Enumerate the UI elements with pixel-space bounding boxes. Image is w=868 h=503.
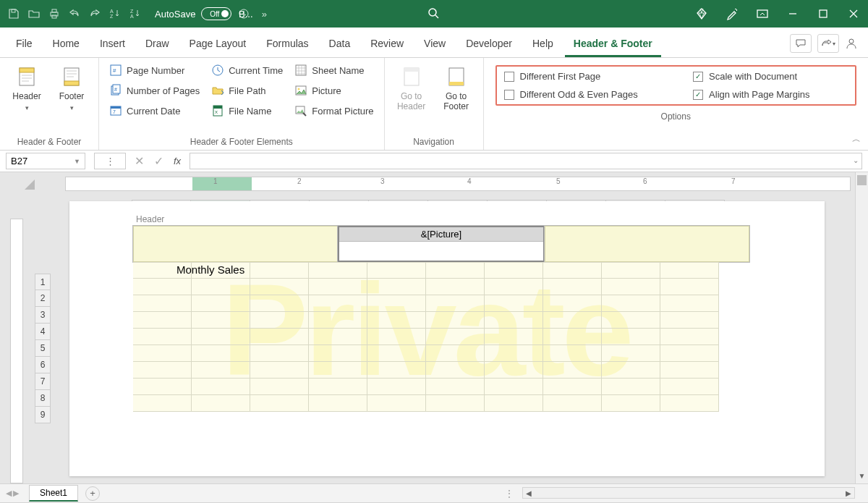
page-number-button[interactable]: #Page Number <box>106 62 203 78</box>
svg-rect-2 <box>52 9 56 12</box>
tab-view[interactable]: View <box>415 30 454 57</box>
file-path-button[interactable]: File Path <box>208 83 286 98</box>
tab-data[interactable]: Data <box>320 30 359 57</box>
document-title: B... <box>239 9 253 20</box>
tab-formulas[interactable]: Formulas <box>258 30 317 57</box>
save-icon[interactable] <box>6 6 22 22</box>
check-align-page-margins[interactable]: ✓Align with Page Margins <box>693 89 848 100</box>
sort-desc-icon[interactable]: ZA <box>127 6 143 22</box>
sort-asc-icon[interactable]: AZ <box>107 6 123 22</box>
header-right-section[interactable] <box>545 226 749 262</box>
current-date-button[interactable]: 7Current Date <box>106 103 203 119</box>
row-5[interactable]: 5 <box>35 340 51 357</box>
fx-label[interactable]: fx <box>174 156 181 166</box>
current-time-button[interactable]: Current Time <box>208 62 286 78</box>
header-label: Header <box>136 214 825 224</box>
vertical-scrollbar[interactable]: ▼ <box>855 172 868 483</box>
group-label-options: Options <box>491 109 861 123</box>
formula-controls: ✕ ✓ fx <box>127 151 188 172</box>
file-name-button[interactable]: XFile Name <box>208 103 286 119</box>
svg-text:#: # <box>113 67 116 74</box>
header-button[interactable]: Header▾ <box>7 62 46 111</box>
row-2[interactable]: 2 <box>35 290 51 307</box>
check-different-odd-even[interactable]: Different Odd & Even Pages <box>504 89 676 100</box>
enter-icon[interactable]: ✓ <box>154 154 163 168</box>
svg-point-12 <box>849 39 854 43</box>
checkbox-icon <box>504 72 514 82</box>
ribbon-mode-icon[interactable] <box>752 4 773 24</box>
qat-more[interactable]: » <box>256 6 272 22</box>
account-icon[interactable] <box>845 37 861 50</box>
tab-file[interactable]: File <box>7 30 41 57</box>
cells-area: Private Monthly Sales <box>133 262 719 412</box>
horizontal-ruler[interactable]: 1 2 3 4 5 6 7 <box>65 177 851 191</box>
goto-footer-button[interactable]: Go to Footer <box>437 62 476 112</box>
comments-icon[interactable] <box>790 34 812 53</box>
row-8[interactable]: 8 <box>35 390 51 407</box>
name-box[interactable]: B27▼ <box>6 153 85 169</box>
format-picture-button[interactable]: Format Picture <box>292 103 376 119</box>
fx-box[interactable]: ⋮ <box>94 153 126 169</box>
tab-draw[interactable]: Draw <box>137 30 178 57</box>
svg-text:A: A <box>110 9 114 14</box>
row-1[interactable]: 1 <box>35 274 51 290</box>
row-4[interactable]: 4 <box>35 324 51 340</box>
tab-developer[interactable]: Developer <box>457 30 521 57</box>
sheet-name-button[interactable]: Sheet Name <box>292 62 376 78</box>
number-of-pages-button[interactable]: #Number of Pages <box>106 83 203 98</box>
picture-button[interactable]: Picture <box>292 83 376 98</box>
add-sheet-button[interactable]: + <box>85 486 100 501</box>
row-3[interactable]: 3 <box>35 307 51 324</box>
maximize-button[interactable] <box>813 4 833 24</box>
tab-headerfooter[interactable]: Header & Footer <box>565 30 661 57</box>
row-6[interactable]: 6 <box>35 357 51 373</box>
redo-icon[interactable] <box>87 6 103 22</box>
svg-rect-11 <box>820 10 827 17</box>
header-left-section[interactable] <box>133 226 338 262</box>
undo-icon[interactable] <box>67 6 82 22</box>
row-9[interactable]: 9 <box>35 407 51 423</box>
header-center-section[interactable]: &[Picture] <box>338 226 544 262</box>
pen-icon[interactable] <box>722 4 742 24</box>
sheet-tab-sheet1[interactable]: Sheet1 <box>29 485 78 502</box>
group-header-footer: Header▾ Footer▾ Header & Footer <box>0 58 99 150</box>
sheet-nav-arrows[interactable]: ◀▶ <box>0 489 25 498</box>
tab-pagelayout[interactable]: Page Layout <box>181 30 255 57</box>
cancel-icon[interactable]: ✕ <box>135 154 144 168</box>
footer-button[interactable]: Footer▾ <box>52 62 91 111</box>
ribbon-tabs: File Home Insert Draw Page Layout Formul… <box>0 28 868 58</box>
diamond-icon[interactable] <box>692 4 712 24</box>
cell-A1[interactable]: Monthly Sales <box>133 262 192 279</box>
sheet-tab-divider[interactable]: ⋮ <box>505 489 514 499</box>
open-icon[interactable] <box>26 6 42 22</box>
print-icon[interactable] <box>46 6 62 22</box>
ribbon: Header▾ Footer▾ Header & Footer #Page Nu… <box>0 58 868 151</box>
tab-help[interactable]: Help <box>524 30 562 57</box>
check-different-first-page[interactable]: Different First Page <box>504 71 676 82</box>
svg-rect-14 <box>20 68 34 72</box>
vertical-ruler[interactable] <box>10 219 23 483</box>
svg-rect-36 <box>449 82 464 85</box>
tab-home[interactable]: Home <box>44 30 88 57</box>
row-7[interactable]: 7 <box>35 373 51 390</box>
svg-text:Z: Z <box>110 14 114 19</box>
select-all-triangle[interactable] <box>22 177 36 191</box>
svg-text:7: 7 <box>113 109 116 114</box>
close-button[interactable] <box>843 4 864 24</box>
check-scale-with-document[interactable]: ✓Scale with Document <box>693 71 848 82</box>
minimize-button[interactable] <box>783 4 803 24</box>
tab-review[interactable]: Review <box>362 30 412 57</box>
title-bar: AZ ZA AutoSave Off » B... <box>0 0 868 28</box>
share-icon[interactable]: ▾ <box>817 34 839 53</box>
expand-formula-icon[interactable]: ⌄ <box>853 156 859 164</box>
tab-insert[interactable]: Insert <box>91 30 134 57</box>
svg-rect-23 <box>111 106 121 109</box>
horizontal-scrollbar[interactable]: ◀▶ <box>522 487 855 499</box>
search-icon[interactable] <box>425 5 443 22</box>
collapse-ribbon-icon[interactable]: ︿ <box>852 133 861 145</box>
group-label-hf: Header & Footer <box>7 134 91 148</box>
cell-grid[interactable]: Monthly Sales <box>133 262 719 412</box>
checkbox-icon: ✓ <box>693 90 703 100</box>
autosave-toggle[interactable]: AutoSave Off <box>155 7 231 20</box>
formula-input[interactable]: ⌄ <box>190 153 862 169</box>
